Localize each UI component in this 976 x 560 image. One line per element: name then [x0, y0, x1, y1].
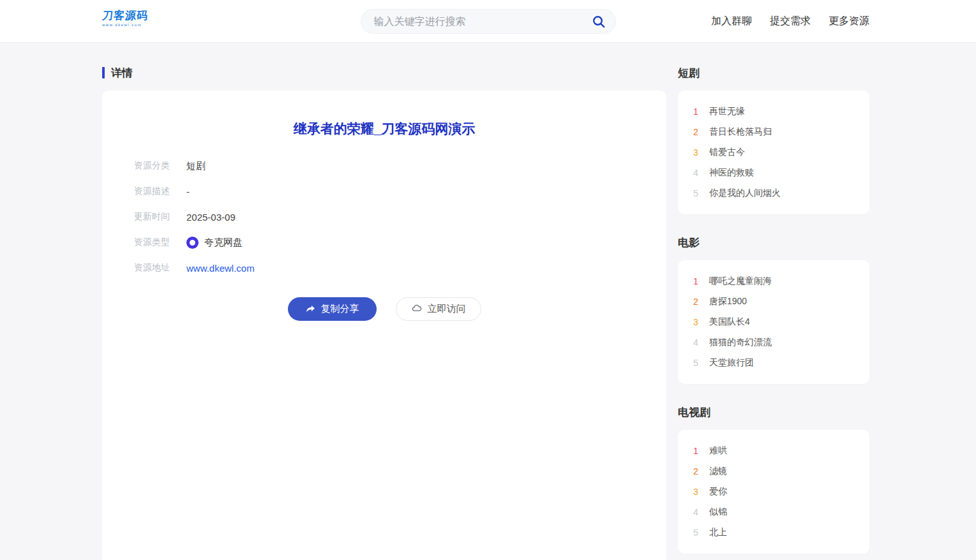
rank-badge: 4	[693, 337, 701, 348]
action-buttons: 复制分享 立即访问	[102, 297, 666, 321]
top-header: 刀客源码 www.dkewl.com 加入群聊 提交需求 更多资源	[0, 0, 976, 43]
list-item[interactable]: 4 猫猫的奇幻漂流	[693, 332, 854, 353]
list-item-label: 美国队长4	[709, 316, 750, 328]
detail-fields: 资源分类 短剧 资源描述 - 更新时间 2025-03-09 资源类型 夸克网盘	[102, 153, 666, 281]
list-item-label: 天堂旅行团	[709, 357, 754, 369]
field-resource-type: 资源类型 夸克网盘	[134, 230, 666, 255]
field-update-time-label: 更新时间	[134, 211, 175, 223]
sidebar-section-short-drama: 短剧 1 再世无缘 2 昔日长枪落马归 3 错爱古今 4 神医的救赎	[678, 66, 869, 214]
sidebar-card-short-drama: 1 再世无缘 2 昔日长枪落马归 3 错爱古今 4 神医的救赎 5 你是我的	[678, 91, 869, 214]
rank-badge: 3	[693, 147, 701, 158]
rank-badge: 1	[693, 107, 701, 117]
list-item[interactable]: 4 神医的救赎	[693, 163, 854, 183]
rank-badge: 5	[693, 358, 701, 368]
list-item-label: 北上	[709, 527, 727, 538]
sidebar-card-tv-series: 1 难哄 2 滤镜 3 爱你 4 似锦 5 北上	[678, 430, 869, 554]
list-item-label: 你是我的人间烟火	[709, 188, 781, 199]
rank-badge: 5	[693, 188, 701, 198]
list-item-label: 滤镜	[709, 466, 727, 477]
nav-submit-request[interactable]: 提交需求	[770, 15, 811, 28]
copy-share-button[interactable]: 复制分享	[288, 297, 377, 321]
field-description-value: -	[186, 186, 190, 197]
top-navigation: 加入群聊 提交需求 更多资源	[711, 0, 869, 43]
list-item[interactable]: 2 昔日长枪落马归	[693, 122, 854, 142]
list-item[interactable]: 1 再世无缘	[693, 101, 854, 122]
field-resource-type-label: 资源类型	[134, 237, 175, 248]
list-item-label: 似锦	[709, 506, 727, 518]
sidebar-title-tv-series: 电视剧	[678, 405, 869, 419]
list-item[interactable]: 1 难哄	[693, 441, 854, 461]
field-category-label: 资源分类	[134, 160, 175, 172]
visit-now-label: 立即访问	[428, 303, 466, 315]
nav-join-group-chat[interactable]: 加入群聊	[711, 15, 752, 28]
sidebar: 短剧 1 再世无缘 2 昔日长枪落马归 3 错爱古今 4 神医的救赎	[678, 66, 869, 560]
resource-title: 继承者的荣耀_刀客源码网演示	[102, 91, 666, 138]
rank-badge: 2	[693, 127, 701, 137]
search-bar	[361, 9, 616, 34]
field-category: 资源分类 短剧	[134, 153, 666, 179]
field-description: 资源描述 -	[134, 179, 666, 204]
copy-share-label: 复制分享	[321, 303, 359, 315]
list-item[interactable]: 1 哪吒之魔童闹海	[693, 271, 854, 291]
resource-type-text: 夸克网盘	[204, 237, 243, 249]
list-item-label: 哪吒之魔童闹海	[709, 276, 772, 287]
sidebar-card-movies: 1 哪吒之魔童闹海 2 唐探1900 3 美国队长4 4 猫猫的奇幻漂流 5	[678, 260, 869, 384]
quark-drive-icon	[186, 237, 199, 249]
list-item-label: 再世无缘	[709, 106, 745, 117]
list-item[interactable]: 4 似锦	[693, 502, 854, 522]
search-icon[interactable]	[591, 14, 606, 29]
main-column: 详情 继承者的荣耀_刀客源码网演示 资源分类 短剧 资源描述 - 更新时间 20…	[102, 66, 666, 560]
field-update-time: 更新时间 2025-03-09	[134, 204, 666, 230]
field-category-value: 短剧	[186, 160, 206, 172]
list-item[interactable]: 2 滤镜	[693, 461, 854, 482]
sidebar-title-short-drama: 短剧	[678, 66, 869, 80]
list-item-label: 难哄	[709, 445, 727, 457]
list-item[interactable]: 5 天堂旅行团	[693, 353, 854, 373]
rank-badge: 2	[693, 297, 701, 307]
list-item-label: 昔日长枪落马归	[709, 126, 772, 138]
field-resource-url: 资源地址 www.dkewl.com	[134, 255, 666, 281]
rank-badge: 2	[693, 466, 701, 476]
page-content: 详情 继承者的荣耀_刀客源码网演示 资源分类 短剧 资源描述 - 更新时间 20…	[102, 66, 869, 560]
rank-badge: 3	[693, 487, 701, 497]
rank-badge: 4	[693, 507, 701, 517]
nav-more-resources[interactable]: 更多资源	[829, 15, 869, 28]
field-resource-url-label: 资源地址	[134, 262, 175, 274]
sidebar-title-movies: 电影	[678, 235, 869, 249]
share-icon	[305, 303, 316, 316]
rank-badge: 3	[693, 317, 701, 327]
detail-card: 继承者的荣耀_刀客源码网演示 资源分类 短剧 资源描述 - 更新时间 2025-…	[102, 91, 666, 560]
list-item-label: 神医的救赎	[709, 167, 754, 179]
list-item-label: 唐探1900	[709, 296, 747, 307]
site-logo[interactable]: 刀客源码 www.dkewl.com	[102, 10, 148, 27]
list-item[interactable]: 5 北上	[693, 522, 854, 543]
cloud-icon	[411, 302, 423, 316]
rank-badge: 5	[693, 527, 701, 538]
list-item[interactable]: 2 唐探1900	[693, 291, 854, 312]
list-item-label: 爱你	[709, 486, 727, 497]
list-item[interactable]: 3 爱你	[693, 482, 854, 502]
rank-badge: 4	[693, 168, 701, 178]
page-title: 详情	[111, 66, 133, 80]
visit-now-button[interactable]: 立即访问	[396, 297, 481, 321]
site-logo-title: 刀客源码	[101, 10, 149, 21]
search-input[interactable]	[374, 16, 591, 27]
list-item-label: 猫猫的奇幻漂流	[709, 337, 772, 348]
detail-section-head: 详情	[102, 66, 666, 80]
field-description-label: 资源描述	[134, 186, 175, 197]
list-item[interactable]: 3 错爱古今	[693, 142, 854, 163]
site-logo-subtitle: www.dkewl.com	[102, 23, 148, 27]
field-resource-type-value: 夸克网盘	[186, 237, 243, 249]
resource-url-link[interactable]: www.dkewl.com	[186, 263, 255, 274]
sidebar-section-movies: 电影 1 哪吒之魔童闹海 2 唐探1900 3 美国队长4 4 猫猫的奇幻漂流	[678, 235, 869, 384]
list-item[interactable]: 3 美国队长4	[693, 312, 854, 332]
field-update-time-value: 2025-03-09	[186, 212, 236, 223]
sidebar-section-tv-series: 电视剧 1 难哄 2 滤镜 3 爱你 4 似锦	[678, 405, 869, 554]
rank-badge: 1	[693, 446, 701, 456]
list-item[interactable]: 5 你是我的人间烟火	[693, 183, 854, 203]
rank-badge: 1	[693, 276, 701, 286]
list-item-label: 错爱古今	[709, 147, 745, 158]
section-accent-bar	[102, 67, 105, 78]
